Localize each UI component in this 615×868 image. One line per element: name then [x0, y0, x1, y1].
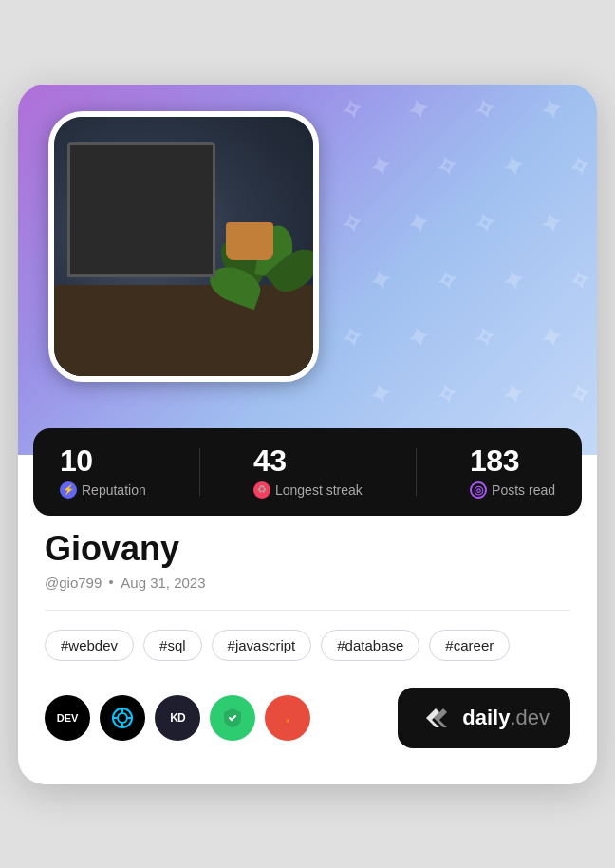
- stats-bar: 10 ⚡ Reputation 43 ♻ Longest streak 183 …: [33, 428, 582, 516]
- source-icon-dev[interactable]: DEV: [45, 695, 90, 741]
- source-icon-kd[interactable]: KD: [155, 695, 200, 741]
- posts-value: 183: [470, 445, 555, 476]
- svg-point-1: [118, 713, 127, 723]
- tag-career[interactable]: #career: [429, 630, 510, 661]
- stat-divider-1: [199, 448, 200, 496]
- streak-icon: ♻: [253, 481, 270, 499]
- reputation-label: ⚡ Reputation: [60, 481, 146, 499]
- tag-database[interactable]: #database: [321, 630, 419, 661]
- tag-sql[interactable]: #sql: [143, 630, 202, 661]
- profile-name: Giovany: [45, 529, 570, 569]
- source-icon-target[interactable]: [100, 695, 145, 741]
- reputation-value: 10: [60, 445, 146, 476]
- stat-divider-2: [416, 448, 417, 496]
- streak-value: 43: [253, 445, 363, 476]
- avatar: [48, 111, 319, 382]
- banner: ✧ ✦ ✧ ✦ ✦ ✧ ✦ ✧ ✧ ✦ ✧ ✦ ✦ ✧ ✦ ✧ ✧ ✦ ✧ ✦ …: [18, 85, 597, 455]
- stat-reputation: 10 ⚡ Reputation: [60, 445, 146, 499]
- source-icon-daily[interactable]: [210, 695, 255, 741]
- profile-divider: [45, 610, 570, 611]
- profile-card: ✧ ✦ ✧ ✦ ✦ ✧ ✦ ✧ ✧ ✦ ✧ ✦ ✦ ✧ ✦ ✧ ✧ ✦ ✧ ✦ …: [18, 85, 597, 784]
- tags-container: #webdev #sql #javascript #database #care…: [45, 630, 570, 661]
- streak-label: ♻ Longest streak: [253, 481, 363, 499]
- stat-posts: 183 ◎ Posts read: [470, 445, 555, 499]
- avatar-image: [54, 117, 313, 376]
- profile-meta: @gio799 Aug 31, 2023: [45, 575, 570, 591]
- posts-icon: ◎: [470, 481, 487, 499]
- bottom-row: DEV KD: [45, 688, 570, 748]
- source-icons: DEV KD: [45, 695, 310, 741]
- profile-info: Giovany @gio799 Aug 31, 2023 #webdev #sq…: [18, 529, 597, 771]
- posts-label: ◎ Posts read: [470, 481, 555, 499]
- plant-decoration: [207, 137, 292, 260]
- meta-dot: [109, 580, 113, 584]
- brand-badge: daily.dev: [398, 688, 570, 748]
- source-icon-fire[interactable]: [265, 695, 310, 741]
- tag-javascript[interactable]: #javascript: [212, 630, 312, 661]
- brand-name: daily.dev: [462, 706, 550, 730]
- reputation-icon: ⚡: [60, 481, 77, 499]
- brand-logo-icon: [419, 701, 453, 735]
- profile-joined: Aug 31, 2023: [121, 575, 205, 591]
- stat-streak: 43 ♻ Longest streak: [253, 445, 363, 499]
- profile-handle: @gio799: [45, 575, 102, 591]
- tag-webdev[interactable]: #webdev: [45, 630, 134, 661]
